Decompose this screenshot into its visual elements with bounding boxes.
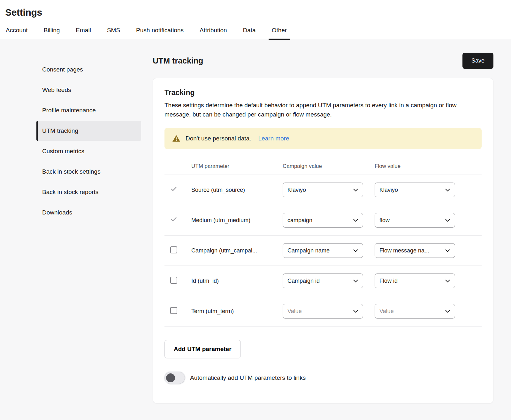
toggle-knob bbox=[166, 373, 175, 382]
section-title: UTM tracking bbox=[153, 56, 203, 65]
campaign-value-select[interactable]: Campaign name bbox=[283, 243, 363, 258]
flow-value-select-value: flow bbox=[379, 217, 392, 224]
utm-table-row-id-utm-id: Id (utm_id)Campaign idFlow id bbox=[164, 266, 482, 296]
sidebar: Consent pagesWeb feedsProfile maintenanc… bbox=[0, 40, 148, 223]
checkbox-checked-disabled bbox=[170, 216, 177, 223]
flow-value-select[interactable]: Flow id bbox=[375, 274, 455, 288]
chevron-down-icon bbox=[445, 278, 451, 284]
chevron-down-icon bbox=[353, 217, 359, 223]
utm-table-body: Source (utm_source)KlaviyoKlaviyoMedium … bbox=[164, 175, 482, 326]
utm-parameter-label: Medium (utm_medium) bbox=[191, 217, 283, 224]
check-icon bbox=[170, 185, 177, 193]
tab-billing[interactable]: Billing bbox=[43, 27, 61, 40]
flow-value-select-value: Flow message na... bbox=[379, 247, 432, 254]
page-header: Settings AccountBillingEmailSMSPush noti… bbox=[0, 0, 511, 40]
card-heading: Tracking bbox=[164, 88, 482, 97]
flow-value-select-value: Klaviyo bbox=[379, 187, 400, 193]
flow-value-select-value: Flow id bbox=[379, 278, 400, 284]
col-header-utm-parameter: UTM parameter bbox=[191, 163, 283, 169]
tab-push-notifications[interactable]: Push notifications bbox=[135, 27, 184, 40]
campaign-value-select[interactable]: campaign bbox=[283, 213, 363, 228]
chevron-down-icon bbox=[353, 308, 359, 314]
flow-value-select-value: Value bbox=[379, 308, 396, 315]
checkbox-checked-disabled bbox=[170, 185, 177, 192]
tab-bar: AccountBillingEmailSMSPush notifications… bbox=[5, 27, 511, 40]
campaign-value-select-value: Klaviyo bbox=[287, 187, 309, 193]
sidebar-item-custom-metrics[interactable]: Custom metrics bbox=[36, 141, 141, 161]
utm-table-header: UTM parameter Campaign value Flow value bbox=[164, 163, 482, 175]
chevron-down-icon bbox=[445, 248, 451, 254]
utm-parameter-label: Source (utm_source) bbox=[191, 187, 283, 193]
campaign-value-select-value: Value bbox=[287, 308, 304, 315]
tab-data[interactable]: Data bbox=[242, 27, 256, 40]
campaign-value-select[interactable]: Value bbox=[283, 304, 363, 319]
utm-table: UTM parameter Campaign value Flow value … bbox=[164, 163, 482, 326]
warning-icon bbox=[172, 134, 180, 143]
chevron-down-icon bbox=[445, 187, 451, 193]
add-utm-parameter-button[interactable]: Add UTM parameter bbox=[164, 340, 241, 358]
warning-banner: Don't use personal data. Learn more bbox=[164, 128, 482, 149]
utm-table-row-medium-utm-medium: Medium (utm_medium)campaignflow bbox=[164, 205, 482, 236]
auto-utm-row: Automatically add UTM parameters to link… bbox=[164, 372, 482, 384]
chevron-down-icon bbox=[445, 217, 451, 223]
campaign-value-select-value: Campaign id bbox=[287, 278, 322, 284]
flow-value-select[interactable]: Klaviyo bbox=[375, 183, 455, 197]
chevron-down-icon bbox=[353, 278, 359, 284]
auto-utm-toggle-label: Automatically add UTM parameters to link… bbox=[190, 374, 306, 381]
campaign-value-select[interactable]: Klaviyo bbox=[283, 183, 363, 197]
tab-email[interactable]: Email bbox=[75, 27, 92, 40]
sidebar-item-profile-maintenance[interactable]: Profile maintenance bbox=[36, 101, 141, 120]
checkbox-unchecked[interactable] bbox=[170, 246, 177, 253]
flow-value-select[interactable]: Flow message na... bbox=[375, 243, 455, 258]
utm-parameter-label: Id (utm_id) bbox=[191, 278, 283, 284]
chevron-down-icon bbox=[353, 187, 359, 193]
col-header-flow-value: Flow value bbox=[375, 163, 469, 169]
tab-other[interactable]: Other bbox=[271, 27, 288, 40]
campaign-value-select-value: campaign bbox=[287, 217, 315, 224]
sidebar-item-web-feeds[interactable]: Web feeds bbox=[36, 80, 141, 100]
sidebar-item-back-in-stock-settings[interactable]: Back in stock settings bbox=[36, 162, 141, 182]
utm-table-row-campaign-utm-campai: Campaign (utm_campai...Campaign nameFlow… bbox=[164, 236, 482, 266]
main-content: UTM tracking Save Tracking These setting… bbox=[148, 40, 511, 403]
utm-table-row-term-utm-term: Term (utm_term)ValueValue bbox=[164, 296, 482, 326]
auto-utm-toggle[interactable] bbox=[164, 372, 185, 384]
campaign-value-select[interactable]: Campaign id bbox=[283, 274, 363, 288]
sidebar-item-utm-tracking[interactable]: UTM tracking bbox=[36, 121, 141, 141]
flow-value-select[interactable]: Value bbox=[375, 304, 455, 319]
checkbox-unchecked[interactable] bbox=[170, 307, 177, 314]
check-icon bbox=[170, 215, 177, 223]
utm-table-row-source-utm-source: Source (utm_source)KlaviyoKlaviyo bbox=[164, 175, 482, 205]
utm-parameter-label: Term (utm_term) bbox=[191, 308, 283, 315]
tracking-card: Tracking These settings determine the de… bbox=[153, 78, 493, 403]
page-title: Settings bbox=[5, 7, 511, 18]
tab-attribution[interactable]: Attribution bbox=[199, 27, 228, 40]
tab-sms[interactable]: SMS bbox=[106, 27, 121, 40]
save-button[interactable]: Save bbox=[462, 53, 493, 69]
card-description: These settings determine the default beh… bbox=[164, 101, 482, 119]
campaign-value-select-value: Campaign name bbox=[287, 247, 332, 254]
flow-value-select[interactable]: flow bbox=[375, 213, 455, 228]
sidebar-item-back-in-stock-reports[interactable]: Back in stock reports bbox=[36, 182, 141, 202]
tab-account[interactable]: Account bbox=[5, 27, 28, 40]
learn-more-link[interactable]: Learn more bbox=[258, 135, 289, 142]
col-header-campaign-value: Campaign value bbox=[283, 163, 375, 169]
checkbox-unchecked[interactable] bbox=[170, 277, 177, 284]
warning-text: Don't use personal data. bbox=[186, 135, 251, 142]
sidebar-item-consent-pages[interactable]: Consent pages bbox=[36, 60, 141, 79]
chevron-down-icon bbox=[353, 248, 359, 254]
utm-parameter-label: Campaign (utm_campai... bbox=[191, 247, 283, 254]
sidebar-item-downloads[interactable]: Downloads bbox=[36, 203, 141, 222]
chevron-down-icon bbox=[445, 308, 451, 314]
